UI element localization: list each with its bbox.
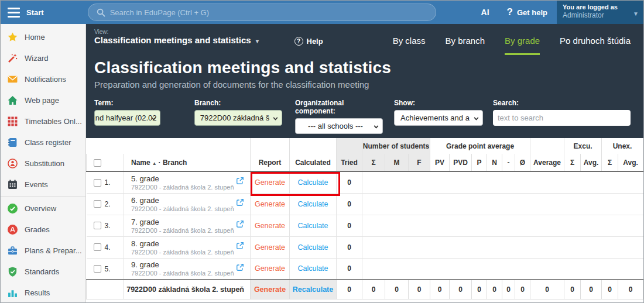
column-header-report: Report <box>251 154 290 171</box>
generate-link[interactable]: Generate <box>255 222 285 230</box>
recalculate-all-link[interactable]: Recalculate <box>293 285 333 294</box>
external-link-icon[interactable] <box>236 242 244 252</box>
get-help-button[interactable]: ? Get help <box>498 6 557 18</box>
tried-value: 0 <box>337 236 362 258</box>
calculate-link[interactable]: Calculate <box>297 178 328 187</box>
logged-as-label: You are logged as <box>563 4 631 11</box>
shield-check-icon <box>8 267 18 277</box>
help-button[interactable]: ? Help <box>294 37 323 46</box>
calculate-link[interactable]: Calculate <box>297 222 328 230</box>
row-checkbox[interactable] <box>94 179 101 187</box>
sidebar-item-home[interactable]: Home <box>1 26 85 47</box>
page-header: View: Classification meetings and statis… <box>86 24 643 138</box>
star-icon <box>8 32 18 42</box>
global-search[interactable] <box>88 4 436 21</box>
external-link-icon[interactable] <box>236 198 244 208</box>
help-circle-icon: ? <box>294 37 303 46</box>
person-alert-icon <box>8 159 18 168</box>
column-header-calculated: Calculated <box>290 154 337 171</box>
view-tabs: By class By branch By grade Po druhoch š… <box>393 29 631 55</box>
show-label: Show: <box>394 99 483 107</box>
column-header-average: Average <box>530 154 564 171</box>
sidebar-item-notifications[interactable]: Notifications <box>1 68 85 89</box>
sidebar-item-overview[interactable]: Overview <box>1 198 85 219</box>
summary-row: 7922D00 základná škola 2. stupeň Generat… <box>87 280 643 299</box>
generate-link[interactable]: Generate <box>255 243 285 252</box>
generate-link[interactable]: Generate <box>255 264 285 273</box>
term-select[interactable]: 2nd halfyear (02.02 <box>94 110 160 126</box>
calculate-link[interactable]: Calculate <box>297 243 328 252</box>
tab-by-grade[interactable]: By grade <box>505 36 540 55</box>
timetable-grid-icon <box>8 116 18 126</box>
generate-all-link[interactable]: Generate <box>254 285 286 294</box>
sidebar-item-standards[interactable]: Standards <box>1 261 85 282</box>
ai-button[interactable]: AI <box>473 8 498 17</box>
select-all-checkbox[interactable] <box>94 159 101 167</box>
sidebar-item-substitution[interactable]: Substitution <box>1 153 85 174</box>
table-row: 2. 6. grade 7922D00 - základná škola 2. … <box>87 193 643 215</box>
grade-branch: 7922D00 - základná škola 2. stupeň <box>131 249 250 256</box>
search-label: Search: <box>493 99 631 107</box>
show-select[interactable]: Achievements and a <box>394 110 483 126</box>
external-link-icon[interactable] <box>236 220 244 230</box>
group-excused: Excu. <box>564 138 602 154</box>
caret-down-icon: ▼ <box>255 38 261 44</box>
tried-value: 0 <box>337 193 362 215</box>
org-component-select[interactable]: --- all schools --- <box>295 118 383 134</box>
grade-name: 6. grade <box>131 196 250 205</box>
table-search-input[interactable] <box>493 110 631 126</box>
row-checkbox[interactable] <box>94 243 101 251</box>
edupage-window: Start AI ? Get help You are logged as Ad… <box>0 0 644 303</box>
tab-by-class[interactable]: By class <box>393 36 426 55</box>
sidebar-item-web-page[interactable]: Web page <box>1 89 85 111</box>
external-link-icon[interactable] <box>236 177 244 187</box>
chevron-down-icon: ▼ <box>633 11 639 17</box>
org-component-label: Organizational component: <box>295 99 383 115</box>
column-header-tried: Tried <box>337 154 362 171</box>
sidebar-item-grades[interactable]: Grades <box>1 219 85 240</box>
question-mark-icon: ? <box>507 6 513 18</box>
row-checkbox[interactable] <box>94 265 101 273</box>
external-link-icon[interactable] <box>236 263 244 273</box>
row-checkbox[interactable] <box>94 200 101 208</box>
tab-po-druhoch-studia[interactable]: Po druhoch štúdia <box>560 36 631 55</box>
tried-value: 0 <box>337 171 362 193</box>
grade-circle-icon <box>8 225 18 235</box>
sidebar-item-results[interactable]: Results <box>1 282 85 303</box>
generate-link[interactable]: Generate <box>255 178 285 187</box>
grade-name: 9. grade <box>131 260 250 269</box>
calculate-link[interactable]: Calculate <box>297 264 328 273</box>
envelope-icon <box>8 74 18 84</box>
sidebar-item-wizard[interactable]: Wizard <box>1 47 85 68</box>
row-checkbox[interactable] <box>94 222 101 229</box>
sidebar-item-class-register[interactable]: Class register <box>1 132 85 153</box>
grade-branch: 7922D00 - základná škola 2. stupeň <box>131 205 250 212</box>
view-label: View: <box>94 29 261 35</box>
start-menu-label[interactable]: Start <box>26 8 44 17</box>
sidebar-item-events[interactable]: Events <box>1 174 85 195</box>
user-menu[interactable]: You are logged as Administrator ▼ <box>557 1 643 24</box>
group-unexcused: Unex. <box>602 138 643 154</box>
notebook-icon <box>8 137 18 147</box>
calculate-link[interactable]: Calculate <box>297 200 328 208</box>
grade-branch: 7922D00 - základná škola 2. stupeň <box>131 227 250 234</box>
tab-by-branch[interactable]: By branch <box>445 36 485 55</box>
branch-select[interactable]: 7922D00 základná š <box>194 110 282 126</box>
generate-link[interactable]: Generate <box>255 200 285 208</box>
user-role: Administrator <box>563 11 631 19</box>
sidebar-item-timetables[interactable]: Timetables Onl... <box>1 111 85 132</box>
page-subtitle: Preparation and generation of documents … <box>94 80 631 89</box>
sidebar-item-plans[interactable]: Plans & Prepar... <box>1 240 85 261</box>
table-row: 3. 7. grade 7922D00 - základná škola 2. … <box>87 215 643 236</box>
column-header-name[interactable]: Name▲· Branch <box>124 154 251 171</box>
check-circle-icon <box>8 204 18 214</box>
hamburger-menu-button[interactable] <box>1 1 26 24</box>
get-help-label: Get help <box>517 8 547 17</box>
global-search-input[interactable] <box>110 8 436 17</box>
view-selector[interactable]: View: Classification meetings and statis… <box>94 29 261 45</box>
grade-branch: 7922D00 - základná škola 2. stupeň <box>131 270 250 277</box>
summary-branch-name: 7922D00 základná škola 2. stupeň <box>124 280 251 299</box>
bar-chart-icon <box>8 288 18 298</box>
sidebar-divider <box>1 196 85 197</box>
chevron-down-icon <box>374 124 379 129</box>
